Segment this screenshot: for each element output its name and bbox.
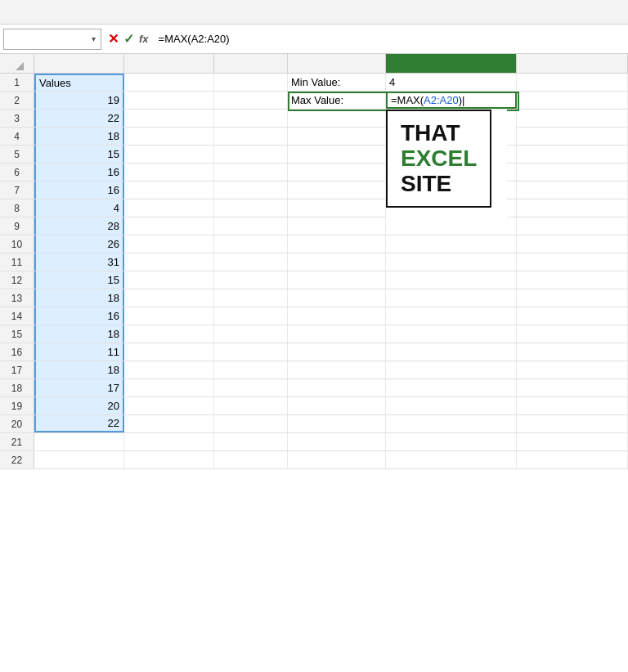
cell-d11[interactable] xyxy=(288,253,386,271)
row-header-5[interactable]: 5 xyxy=(0,146,34,163)
cell-d18[interactable] xyxy=(288,379,386,396)
row-header-10[interactable]: 10 xyxy=(0,235,34,253)
cell-f22[interactable] xyxy=(517,451,628,468)
row-header-1[interactable]: 1 xyxy=(0,74,34,91)
cell-c2[interactable] xyxy=(214,92,288,109)
cell-e16[interactable] xyxy=(386,343,517,361)
cell-d14[interactable] xyxy=(288,307,386,325)
cell-c9[interactable] xyxy=(214,217,288,235)
cell-b1[interactable] xyxy=(124,74,214,91)
col-header-e[interactable] xyxy=(386,54,517,73)
row-header-11[interactable]: 11 xyxy=(0,253,34,271)
cell-b11[interactable] xyxy=(124,253,214,271)
row-header-18[interactable]: 18 xyxy=(0,379,34,396)
cell-f6[interactable] xyxy=(517,164,628,181)
cell-d17[interactable] xyxy=(288,361,386,379)
cell-c11[interactable] xyxy=(214,253,288,271)
cell-c12[interactable] xyxy=(214,271,288,289)
cell-b18[interactable] xyxy=(124,379,214,396)
cell-b10[interactable] xyxy=(124,235,214,253)
cell-d21[interactable] xyxy=(288,433,386,450)
row-header-3[interactable]: 3 xyxy=(0,110,34,127)
cell-f8[interactable] xyxy=(517,199,628,217)
cell-b16[interactable] xyxy=(124,343,214,361)
cell-a12[interactable]: 15 xyxy=(34,271,124,289)
cell-b3[interactable] xyxy=(124,110,214,127)
cell-c15[interactable] xyxy=(214,325,288,343)
col-header-d[interactable] xyxy=(288,54,386,73)
cell-f19[interactable] xyxy=(517,397,628,414)
cell-d3[interactable] xyxy=(288,110,386,127)
cell-c16[interactable] xyxy=(214,343,288,361)
cell-b2[interactable] xyxy=(124,92,214,109)
cell-a21[interactable] xyxy=(34,433,124,450)
cell-a9[interactable]: 28 xyxy=(34,217,124,235)
confirm-formula-icon[interactable]: ✓ xyxy=(123,31,134,47)
row-header-21[interactable]: 21 xyxy=(0,433,34,450)
cell-b6[interactable] xyxy=(124,164,214,181)
col-header-a[interactable] xyxy=(34,54,124,73)
cell-c17[interactable] xyxy=(214,361,288,379)
cell-a2[interactable]: 19 xyxy=(34,92,124,109)
cell-b8[interactable] xyxy=(124,199,214,217)
cell-d16[interactable] xyxy=(288,343,386,361)
cell-c5[interactable] xyxy=(214,146,288,163)
cell-d4[interactable] xyxy=(288,128,386,145)
cell-f2[interactable] xyxy=(517,92,628,109)
cell-e11[interactable] xyxy=(386,253,517,271)
cell-d2[interactable]: Max Value: xyxy=(288,92,386,109)
cell-c14[interactable] xyxy=(214,307,288,325)
cell-d15[interactable] xyxy=(288,325,386,343)
cell-f15[interactable] xyxy=(517,325,628,343)
row-header-13[interactable]: 13 xyxy=(0,289,34,307)
cell-a13[interactable]: 18 xyxy=(34,289,124,307)
cell-f10[interactable] xyxy=(517,235,628,253)
cell-a4[interactable]: 18 xyxy=(34,128,124,145)
cell-b14[interactable] xyxy=(124,307,214,325)
cell-c6[interactable] xyxy=(214,164,288,181)
cell-a5[interactable]: 15 xyxy=(34,146,124,163)
cell-e1[interactable]: 4 xyxy=(386,74,517,91)
row-header-2[interactable]: 2 xyxy=(0,92,34,109)
cell-c3[interactable] xyxy=(214,110,288,127)
cell-f12[interactable] xyxy=(517,271,628,289)
cell-a16[interactable]: 11 xyxy=(34,343,124,361)
cell-b20[interactable] xyxy=(124,415,214,432)
cell-b22[interactable] xyxy=(124,451,214,468)
cell-f20[interactable] xyxy=(517,415,628,432)
cell-a17[interactable]: 18 xyxy=(34,361,124,379)
cell-c7[interactable] xyxy=(214,181,288,199)
name-box-dropdown-icon[interactable]: ▾ xyxy=(92,34,96,43)
cell-d6[interactable] xyxy=(288,164,386,181)
cell-c20[interactable] xyxy=(214,415,288,432)
cell-f16[interactable] xyxy=(517,343,628,361)
cell-b15[interactable] xyxy=(124,325,214,343)
row-header-12[interactable]: 12 xyxy=(0,271,34,289)
row-header-22[interactable]: 22 xyxy=(0,451,34,468)
cell-a18[interactable]: 17 xyxy=(34,379,124,396)
cell-d7[interactable] xyxy=(288,181,386,199)
cell-c10[interactable] xyxy=(214,235,288,253)
cell-f1[interactable] xyxy=(517,74,628,91)
cell-f18[interactable] xyxy=(517,379,628,396)
cell-e15[interactable] xyxy=(386,325,517,343)
cell-e14[interactable] xyxy=(386,307,517,325)
cell-c19[interactable] xyxy=(214,397,288,414)
cell-c21[interactable] xyxy=(214,433,288,450)
cell-b13[interactable] xyxy=(124,289,214,307)
cell-c13[interactable] xyxy=(214,289,288,307)
cell-c1[interactable] xyxy=(214,74,288,91)
cell-a22[interactable] xyxy=(34,451,124,468)
cell-d13[interactable] xyxy=(288,289,386,307)
row-header-17[interactable]: 17 xyxy=(0,361,34,379)
cell-e12[interactable] xyxy=(386,271,517,289)
cell-b21[interactable] xyxy=(124,433,214,450)
cell-f17[interactable] xyxy=(517,361,628,379)
cell-f9[interactable] xyxy=(517,217,628,235)
cell-e2[interactable]: =MAX(A2:A20)| xyxy=(386,92,517,109)
cell-f21[interactable] xyxy=(517,433,628,450)
cell-d12[interactable] xyxy=(288,271,386,289)
row-header-15[interactable]: 15 xyxy=(0,325,34,343)
cell-c18[interactable] xyxy=(214,379,288,396)
row-header-9[interactable]: 9 xyxy=(0,217,34,235)
